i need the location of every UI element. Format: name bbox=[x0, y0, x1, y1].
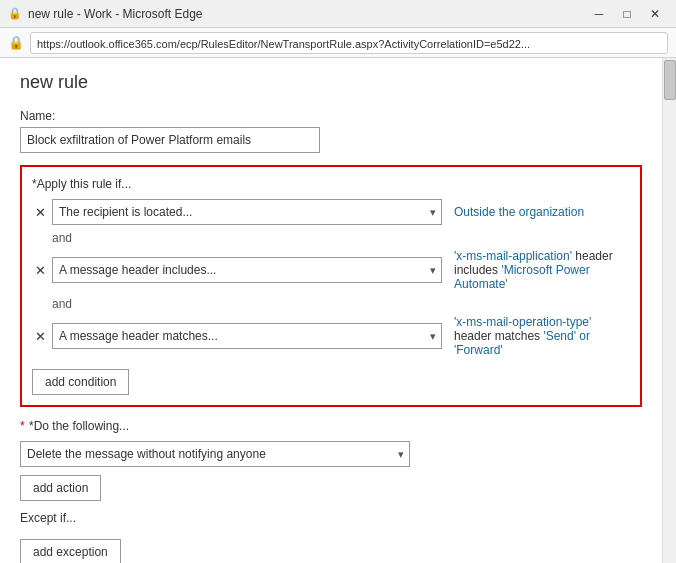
address-lock-icon: 🔒 bbox=[8, 35, 24, 50]
condition-2-value: 'x-ms-mail-application' header includes … bbox=[454, 249, 630, 291]
page-title: new rule bbox=[20, 72, 642, 93]
condition-2-link1[interactable]: 'x-ms-mail-application' bbox=[454, 249, 572, 263]
add-condition-button[interactable]: add condition bbox=[32, 369, 129, 395]
and-label-2: and bbox=[52, 297, 630, 311]
apply-rule-label: *Apply this rule if... bbox=[32, 177, 630, 191]
titlebar-controls: ─ □ ✕ bbox=[586, 4, 668, 24]
condition-1-select[interactable]: The recipient is located... bbox=[52, 199, 442, 225]
addressbar: 🔒 https://outlook.office365.com/ecp/Rule… bbox=[0, 28, 676, 58]
scroll-thumb[interactable] bbox=[664, 60, 676, 100]
condition-1-select-wrapper: The recipient is located... bbox=[52, 199, 442, 225]
condition-3-link1[interactable]: 'x-ms-mail-operation-type' bbox=[454, 315, 591, 329]
titlebar: 🔒 new rule - Work - Microsoft Edge ─ □ ✕ bbox=[0, 0, 676, 28]
do-following-label: *Do the following... bbox=[20, 419, 642, 433]
condition-row-1: ✕ The recipient is located... Outside th… bbox=[32, 199, 630, 225]
and-label-1: and bbox=[52, 231, 630, 245]
url-bar[interactable]: https://outlook.office365.com/ecp/RulesE… bbox=[30, 32, 668, 54]
maximize-button[interactable]: □ bbox=[614, 4, 640, 24]
condition-3-select[interactable]: A message header matches... bbox=[52, 323, 442, 349]
remove-condition-2-button[interactable]: ✕ bbox=[32, 262, 48, 278]
content-area: new rule Name: *Apply this rule if... ✕ … bbox=[0, 58, 676, 563]
condition-row-3: ✕ A message header matches... 'x-ms-mail… bbox=[32, 315, 630, 357]
scrollbar[interactable] bbox=[662, 58, 676, 563]
window-title: new rule - Work - Microsoft Edge bbox=[28, 7, 203, 21]
action-select[interactable]: Delete the message without notifying any… bbox=[20, 441, 410, 467]
add-action-button[interactable]: add action bbox=[20, 475, 101, 501]
condition-row-2: ✕ A message header includes... 'x-ms-mai… bbox=[32, 249, 630, 291]
action-select-wrapper: Delete the message without notifying any… bbox=[20, 441, 410, 467]
condition-3-value: 'x-ms-mail-operation-type' header matche… bbox=[454, 315, 630, 357]
minimize-button[interactable]: ─ bbox=[586, 4, 612, 24]
name-input[interactable] bbox=[20, 127, 320, 153]
apply-rule-section: *Apply this rule if... ✕ The recipient i… bbox=[20, 165, 642, 407]
close-button[interactable]: ✕ bbox=[642, 4, 668, 24]
condition-1-value: Outside the organization bbox=[454, 205, 630, 219]
name-label: Name: bbox=[20, 109, 642, 123]
remove-condition-1-button[interactable]: ✕ bbox=[32, 204, 48, 220]
condition-1-link[interactable]: Outside the organization bbox=[454, 205, 584, 219]
do-following-section: *Do the following... Delete the message … bbox=[20, 419, 642, 501]
add-exception-button[interactable]: add exception bbox=[20, 539, 121, 563]
except-if-section: Except if... add exception bbox=[20, 511, 642, 563]
condition-2-select[interactable]: A message header includes... bbox=[52, 257, 442, 283]
condition-2-select-wrapper: A message header includes... bbox=[52, 257, 442, 283]
condition-3-select-wrapper: A message header matches... bbox=[52, 323, 442, 349]
except-if-label: Except if... bbox=[20, 511, 642, 525]
name-section: Name: bbox=[20, 109, 642, 153]
titlebar-left: 🔒 new rule - Work - Microsoft Edge bbox=[8, 7, 203, 21]
remove-condition-3-button[interactable]: ✕ bbox=[32, 328, 48, 344]
main-panel: new rule Name: *Apply this rule if... ✕ … bbox=[0, 58, 662, 563]
lock-icon: 🔒 bbox=[8, 7, 22, 20]
condition-3-text: header matches bbox=[454, 329, 543, 343]
